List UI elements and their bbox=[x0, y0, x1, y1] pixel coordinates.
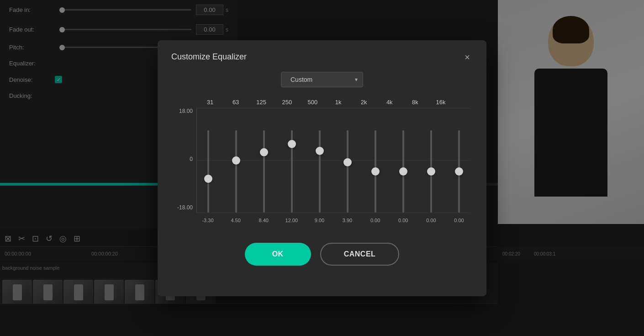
eq-handle-2k[interactable] bbox=[371, 167, 380, 176]
eq-chart-area: 18.00 0 -18.00 bbox=[174, 108, 470, 213]
eq-band-2k bbox=[364, 108, 387, 213]
preset-dropdown[interactable]: Custom Flat Bass Boost Treble Boost Voca… bbox=[281, 72, 363, 87]
eq-chart: 31 63 125 250 500 1k 2k 4k 8k 16k 18.00 … bbox=[174, 99, 470, 231]
eq-slider-125[interactable] bbox=[263, 130, 265, 213]
freq-label-4k: 4k bbox=[378, 99, 401, 106]
eq-value-labels-row: -3.304.508.4012.009.003.900.000.000.000.… bbox=[174, 215, 470, 223]
eq-handle-250[interactable] bbox=[288, 140, 296, 148]
freq-labels-row: 31 63 125 250 500 1k 2k 4k 8k 16k bbox=[174, 99, 470, 106]
modal-buttons: OK CANCEL bbox=[171, 243, 473, 266]
y-label-top: 18.00 bbox=[179, 108, 193, 114]
freq-label-1k: 1k bbox=[327, 99, 350, 106]
eq-value-63: 4.50 bbox=[224, 218, 247, 223]
preset-dropdown-container: Custom Flat Bass Boost Treble Boost Voca… bbox=[171, 72, 473, 87]
preset-dropdown-wrapper: Custom Flat Bass Boost Treble Boost Voca… bbox=[281, 72, 363, 87]
eq-slider-31[interactable] bbox=[207, 130, 209, 213]
eq-slider-63[interactable] bbox=[235, 130, 237, 213]
modal-overlay: Customize Equalizer × Custom Flat Bass B… bbox=[0, 0, 644, 336]
eq-value-2k: 0.00 bbox=[364, 218, 387, 223]
freq-label-125: 125 bbox=[250, 99, 273, 106]
freq-label-8k: 8k bbox=[404, 99, 427, 106]
eq-handle-4k[interactable] bbox=[399, 167, 407, 176]
eq-handle-8k[interactable] bbox=[427, 167, 435, 176]
eq-band-500 bbox=[308, 108, 331, 213]
eq-band-4k bbox=[392, 108, 415, 213]
cancel-button[interactable]: CANCEL bbox=[320, 243, 400, 266]
eq-slider-4k[interactable] bbox=[402, 130, 404, 213]
freq-label-63: 63 bbox=[224, 99, 247, 106]
eq-band-8k bbox=[420, 108, 443, 213]
eq-band-16k bbox=[448, 108, 470, 213]
eq-slider-250[interactable] bbox=[291, 130, 293, 213]
eq-slider-8k[interactable] bbox=[430, 130, 432, 213]
freq-label-16k: 16k bbox=[429, 99, 452, 106]
eq-handle-500[interactable] bbox=[316, 147, 324, 155]
freq-label-250: 250 bbox=[275, 99, 298, 106]
modal-title: Customize Equalizer bbox=[171, 52, 247, 62]
eq-handle-1k[interactable] bbox=[343, 158, 352, 166]
modal-header: Customize Equalizer × bbox=[171, 52, 473, 63]
eq-band-63 bbox=[225, 108, 248, 213]
eq-band-1k bbox=[336, 108, 359, 213]
eq-slider-2k[interactable] bbox=[375, 130, 376, 213]
eq-handle-16k[interactable] bbox=[455, 167, 463, 176]
eq-value-125: 8.40 bbox=[252, 218, 275, 223]
eq-value-31: -3.30 bbox=[196, 218, 219, 223]
eq-slider-1k[interactable] bbox=[347, 130, 348, 213]
eq-band-31 bbox=[197, 108, 220, 213]
y-label-mid: 0 bbox=[190, 156, 193, 162]
eq-value-8k: 0.00 bbox=[420, 218, 443, 223]
customize-equalizer-modal: Customize Equalizer × Custom Flat Bass B… bbox=[158, 40, 486, 296]
eq-value-250: 12.00 bbox=[280, 218, 303, 223]
y-label-bottom: -18.00 bbox=[177, 204, 193, 211]
freq-label-2k: 2k bbox=[353, 99, 375, 106]
eq-value-1k: 3.90 bbox=[336, 218, 359, 223]
eq-y-axis: 18.00 0 -18.00 bbox=[174, 108, 196, 213]
grid-line-bottom bbox=[197, 213, 470, 213]
eq-slider-16k[interactable] bbox=[458, 130, 460, 213]
eq-band-125 bbox=[253, 108, 275, 213]
eq-handle-31[interactable] bbox=[204, 175, 212, 183]
eq-value-16k: 0.00 bbox=[448, 218, 470, 223]
eq-band-250 bbox=[280, 108, 303, 213]
eq-value-4k: 0.00 bbox=[392, 218, 415, 223]
modal-close-button[interactable]: × bbox=[462, 52, 473, 63]
freq-label-31: 31 bbox=[199, 99, 222, 106]
eq-handle-63[interactable] bbox=[232, 156, 240, 165]
eq-value-500: 9.00 bbox=[308, 218, 331, 223]
eq-slider-500[interactable] bbox=[319, 130, 321, 213]
eq-bands-container bbox=[196, 108, 470, 213]
freq-label-500: 500 bbox=[301, 99, 324, 106]
eq-handle-125[interactable] bbox=[260, 148, 268, 156]
ok-button[interactable]: OK bbox=[245, 243, 311, 266]
